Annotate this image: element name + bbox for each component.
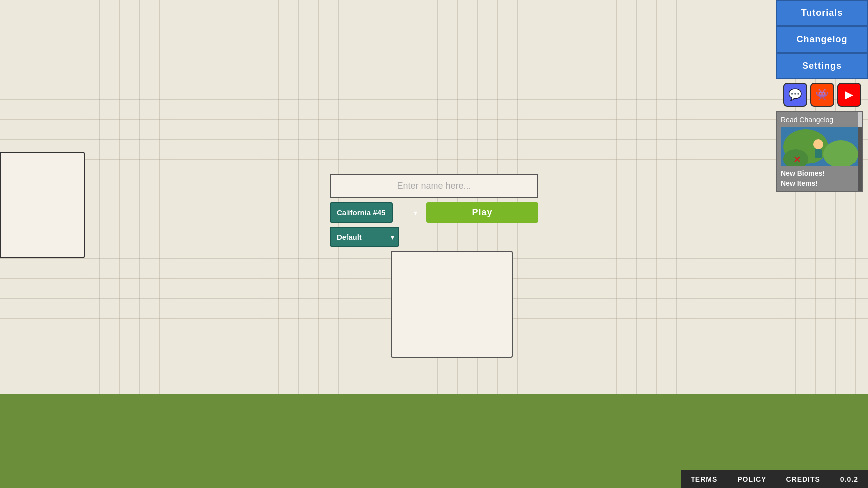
right-panel: Tutorials Changelog Settings 💬 👾 ▶ Read … — [776, 0, 868, 192]
changelog-scrollbar[interactable] — [858, 112, 862, 191]
terms-button[interactable]: TERMS — [681, 470, 727, 488]
svg-text:✕: ✕ — [793, 155, 801, 164]
version-button[interactable]: 0.0.2 — [830, 470, 868, 488]
footer-buttons: TERMS POLICY CREDITS 0.0.2 — [681, 470, 868, 488]
changelog-header: Read Changelog — [781, 116, 858, 124]
settings-button[interactable]: Settings — [776, 53, 868, 79]
footer-bar: TERMS POLICY CREDITS 0.0.2 — [0, 466, 868, 488]
credits-button[interactable]: CREDITS — [776, 470, 830, 488]
play-button[interactable]: Play — [426, 202, 538, 223]
left-panel — [0, 152, 85, 258]
changelog-map-svg: ✕ — [781, 127, 858, 166]
mode-row: Default — [330, 227, 538, 247]
youtube-icon[interactable]: ▶ — [837, 83, 861, 107]
policy-button[interactable]: POLICY — [727, 470, 776, 488]
changelog-image: ✕ — [781, 127, 858, 166]
mode-select[interactable]: Default — [330, 227, 399, 247]
server-select-wrapper: California #45 — [330, 202, 422, 223]
name-input[interactable] — [330, 174, 538, 198]
tutorials-button[interactable]: Tutorials — [776, 0, 868, 26]
svg-rect-5 — [815, 149, 822, 158]
changelog-popup: Read Changelog ✕ New Biomes! New Items! — [776, 111, 863, 192]
read-label: Read — [781, 116, 797, 124]
changelog-link[interactable]: Changelog — [799, 116, 833, 124]
server-select[interactable]: California #45 — [330, 202, 393, 223]
mode-select-wrapper: Default — [330, 227, 399, 247]
server-play-row: California #45 Play — [330, 202, 538, 223]
reddit-icon[interactable]: 👾 — [810, 83, 834, 107]
discord-icon[interactable]: 💬 — [783, 83, 807, 107]
social-icons-row: 💬 👾 ▶ — [776, 79, 868, 111]
new-items-label: New Items! — [781, 179, 858, 187]
skin-preview — [391, 251, 513, 358]
scrollbar-thumb[interactable] — [858, 112, 862, 127]
center-ui: California #45 Play Default — [330, 174, 538, 358]
changelog-button[interactable]: Changelog — [776, 26, 868, 53]
new-biomes-label: New Biomes! — [781, 169, 858, 177]
svg-point-4 — [813, 139, 823, 149]
